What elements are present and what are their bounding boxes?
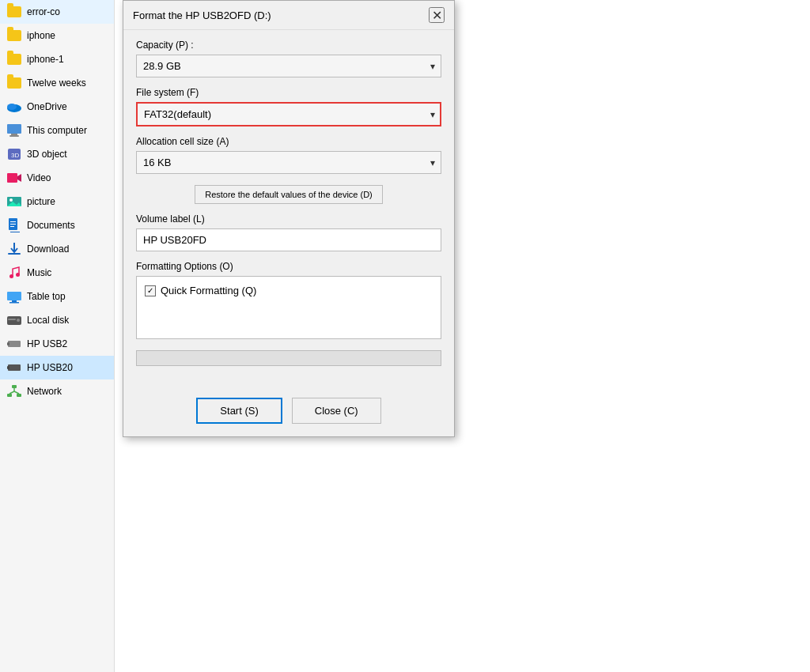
svg-rect-27 — [7, 342, 9, 345]
folder-icon — [6, 51, 22, 67]
sidebar-item-network[interactable]: Network — [0, 379, 114, 403]
quick-format-label: Quick Formatting (Q) — [161, 285, 256, 296]
sidebar-item-download[interactable]: Download — [0, 237, 114, 261]
dialog-close-button[interactable]: ✕ — [429, 7, 445, 23]
svg-point-1 — [7, 104, 17, 110]
usb-selected-icon — [6, 360, 22, 376]
formatting-options-label: Formatting Options (O) — [136, 261, 441, 272]
sidebar-item-label: Local disk — [27, 315, 69, 326]
capacity-label: Capacity (P) : — [136, 40, 441, 51]
sidebar-item-label: Download — [27, 244, 69, 255]
picture-icon — [6, 194, 22, 210]
sidebar-item-label: HP USB2 — [27, 338, 67, 349]
quick-format-row: ✓ Quick Formatting (Q) — [145, 285, 433, 296]
sidebar-item-3d-object[interactable]: 3D 3D object — [0, 142, 114, 166]
download-icon — [6, 241, 22, 257]
sidebar: error-co iphone iphone-1 Twelve weeks On… — [0, 0, 115, 672]
svg-point-10 — [9, 198, 13, 202]
sidebar-item-label: 3D object — [27, 149, 67, 160]
3d-icon: 3D — [6, 146, 22, 162]
sidebar-item-label: Network — [27, 386, 62, 397]
sidebar-item-local-disk[interactable]: Local disk — [0, 308, 114, 332]
desktop-icon — [6, 289, 22, 304]
sidebar-item-label: picture — [27, 196, 55, 207]
svg-rect-20 — [7, 292, 21, 300]
sidebar-item-video[interactable]: Video — [0, 166, 114, 190]
usb-icon — [6, 336, 22, 352]
volume-label-input[interactable] — [136, 228, 441, 251]
dialog-body: Capacity (P) : 28.9 GB File system (F) F… — [123, 30, 454, 382]
folder-icon — [6, 28, 22, 43]
progress-bar-container — [136, 350, 441, 366]
close-dialog-button[interactable]: Close (C) — [292, 398, 381, 424]
svg-point-24 — [17, 319, 20, 322]
sidebar-item-label: OneDrive — [27, 101, 67, 112]
svg-rect-2 — [7, 124, 21, 134]
svg-line-34 — [9, 391, 14, 394]
filesystem-label: File system (F) — [136, 87, 441, 98]
filesystem-select-wrapper: FAT32(default) NTFS exFAT — [136, 102, 441, 126]
allocation-select[interactable]: 16 KB 4 KB 8 KB 32 KB — [136, 151, 441, 174]
svg-point-19 — [16, 273, 20, 277]
sidebar-item-picture[interactable]: picture — [0, 190, 114, 213]
sidebar-item-iphone-1[interactable]: iphone-1 — [0, 47, 114, 71]
svg-line-35 — [14, 391, 19, 394]
svg-rect-13 — [10, 232, 20, 232]
sidebar-item-twelve-weeks[interactable]: Twelve weeks — [0, 71, 114, 95]
quick-format-checkbox[interactable]: ✓ — [145, 285, 156, 296]
sidebar-item-iphone[interactable]: iphone — [0, 24, 114, 47]
sidebar-item-label: iphone-1 — [27, 54, 64, 65]
allocation-select-wrapper: 16 KB 4 KB 8 KB 32 KB — [136, 151, 441, 174]
sidebar-item-hp-usb20[interactable]: HP USB20 — [0, 356, 114, 379]
sidebar-item-label: Documents — [27, 220, 75, 231]
svg-rect-29 — [7, 366, 9, 369]
svg-marker-8 — [17, 174, 21, 182]
capacity-select-wrapper: 28.9 GB — [136, 55, 441, 77]
sidebar-item-this-computer[interactable]: This computer — [0, 119, 114, 142]
svg-rect-25 — [8, 319, 16, 320]
filesystem-select[interactable]: FAT32(default) NTFS exFAT — [136, 102, 441, 126]
disk-icon — [6, 312, 22, 328]
network-icon — [6, 383, 22, 399]
onedrive-icon — [6, 99, 22, 115]
svg-rect-21 — [12, 300, 17, 302]
folder-icon — [6, 4, 22, 20]
capacity-select[interactable]: 28.9 GB — [136, 55, 441, 77]
video-icon — [6, 170, 22, 186]
svg-rect-7 — [7, 173, 17, 183]
dialog-actions: Start (S) Close (C) — [123, 398, 454, 436]
svg-rect-22 — [9, 302, 19, 304]
sidebar-item-documents[interactable]: Documents — [0, 213, 114, 237]
svg-rect-32 — [17, 394, 21, 397]
format-dialog: Format the HP USB2OFD (D:) ✕ Capacity (P… — [123, 0, 455, 437]
svg-point-18 — [9, 274, 13, 278]
sidebar-item-hp-usb2[interactable]: HP USB2 — [0, 332, 114, 356]
svg-rect-16 — [10, 226, 14, 227]
main-content: Format the HP USB2OFD (D:) ✕ Capacity (P… — [115, 0, 810, 672]
restore-defaults-button[interactable]: Restore the default values of the device… — [195, 185, 383, 204]
sidebar-item-music[interactable]: Music — [0, 261, 114, 285]
volume-label-section-label: Volume label (L) — [136, 213, 441, 225]
svg-rect-30 — [12, 385, 17, 388]
dialog-title: Format the HP USB2OFD (D:) — [133, 9, 271, 21]
sidebar-item-label: error-co — [27, 6, 60, 17]
sidebar-item-label: Video — [27, 172, 51, 183]
music-icon — [6, 265, 22, 281]
svg-rect-26 — [8, 341, 21, 347]
sidebar-item-onedrive[interactable]: OneDrive — [0, 95, 114, 119]
svg-rect-28 — [8, 364, 21, 371]
allocation-label: Allocation cell size (A) — [136, 136, 441, 147]
sidebar-item-error-co[interactable]: error-co — [0, 0, 114, 24]
sidebar-item-label: This computer — [27, 125, 87, 136]
sidebar-item-table-top[interactable]: Table top — [0, 285, 114, 308]
dialog-titlebar: Format the HP USB2OFD (D:) ✕ — [123, 1, 454, 30]
svg-text:3D: 3D — [11, 152, 19, 159]
formatting-options-box: ✓ Quick Formatting (Q) — [136, 276, 441, 339]
sidebar-item-label: Music — [27, 267, 51, 278]
svg-rect-14 — [10, 221, 16, 222]
start-button[interactable]: Start (S) — [196, 398, 282, 424]
sidebar-item-label: Table top — [27, 291, 66, 302]
computer-icon — [6, 123, 22, 138]
svg-rect-17 — [8, 253, 21, 255]
svg-rect-15 — [10, 224, 16, 225]
